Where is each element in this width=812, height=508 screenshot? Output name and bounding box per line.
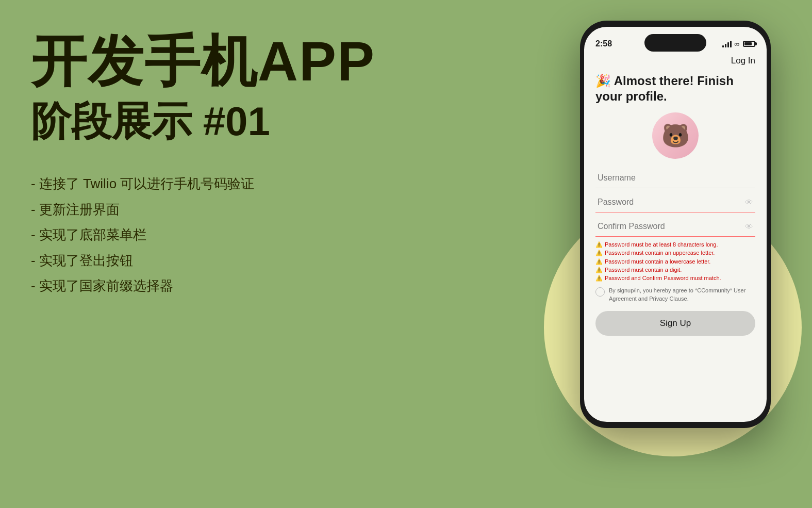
header-title: 🎉 Almost there! Finish your profile. [595,73,755,104]
warning-icon: ⚠️ [595,241,603,248]
validation-error-item: ⚠️Password must contain a digit. [595,266,755,273]
terms-row: By signup/in, you hereby agree to *CComm… [595,287,755,303]
phone-container: 2:58 ∞ [580,21,771,433]
main-title: 开发手机APP [31,31,382,92]
page-header: 🎉 Almost there! Finish your profile. [595,73,755,104]
confirm-password-input[interactable] [595,217,755,237]
feature-item: - 连接了 Twilio 可以进行手机号码验证 [31,171,382,196]
login-link[interactable]: Log In [731,56,755,66]
avatar-section[interactable]: 🐻 [595,112,755,159]
validation-error-item: ⚠️Password must be at least 8 characters… [595,241,755,248]
header-text: Almost there! Finish your profile. [595,74,734,103]
confirm-password-field-wrapper: 👁 [595,217,755,237]
warning-icon: ⚠️ [595,258,603,265]
error-text: Password must contain a lowercase letter… [605,258,710,265]
avatar[interactable]: 🐻 [652,112,699,159]
status-icons: ∞ [722,40,755,48]
header-emoji: 🎉 [595,74,614,88]
feature-item: - 实现了登出按钮 [31,248,382,273]
validation-error-item: ⚠️Password must contain an uppercase let… [595,249,755,256]
phone-frame: 2:58 ∞ [580,21,771,428]
top-nav: Log In [595,54,755,70]
username-input[interactable] [595,168,755,188]
validation-errors: ⚠️Password must be at least 8 characters… [595,241,755,282]
terms-checkbox[interactable] [595,287,605,297]
error-text: Password must contain an uppercase lette… [605,249,715,256]
feature-item: - 实现了国家前缀选择器 [31,273,382,299]
app-content: Log In 🎉 Almost there! Finish your profi… [584,54,767,336]
error-text: Password must contain a digit. [605,266,682,273]
password-eye-icon[interactable]: 👁 [745,198,753,207]
feature-item: - 实现了底部菜单栏 [31,222,382,248]
wifi-icon: ∞ [734,40,739,48]
error-text: Password and Confirm Password must match… [605,274,721,282]
battery-icon [743,41,755,47]
avatar-emoji: 🐻 [661,122,690,149]
warning-icon: ⚠️ [595,250,603,256]
phone-screen: 2:58 ∞ [584,27,767,422]
signup-button[interactable]: Sign Up [595,311,755,336]
warning-icon: ⚠️ [595,275,603,282]
signal-icon [722,40,732,47]
terms-text: By signup/in, you hereby agree to *CComm… [609,287,755,303]
confirm-password-eye-icon[interactable]: 👁 [745,222,753,232]
password-field-wrapper: 👁 [595,192,755,212]
subtitle: 阶段展示 #01 [31,97,382,146]
dynamic-island [644,34,706,52]
validation-error-item: ⚠️Password and Confirm Password must mat… [595,274,755,282]
validation-error-item: ⚠️Password must contain a lowercase lett… [595,258,755,265]
status-time: 2:58 [595,39,612,48]
username-field-wrapper [595,168,755,188]
error-text: Password must be at least 8 characters l… [605,241,718,248]
left-section: 开发手机APP 阶段展示 #01 - 连接了 Twilio 可以进行手机号码验证… [31,31,382,299]
password-input[interactable] [595,192,755,212]
features-list: - 连接了 Twilio 可以进行手机号码验证- 更新注册界面- 实现了底部菜单… [31,171,382,299]
warning-icon: ⚠️ [595,267,603,273]
feature-item: - 更新注册界面 [31,197,382,222]
